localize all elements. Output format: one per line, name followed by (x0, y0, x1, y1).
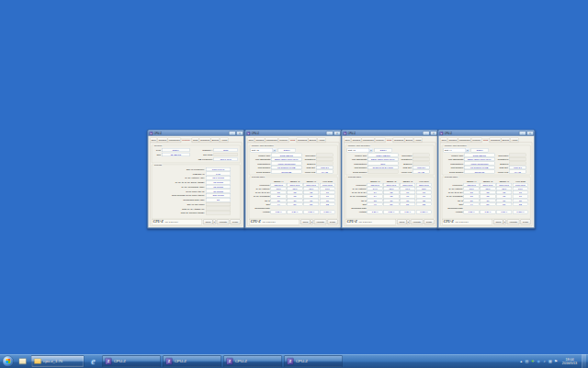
field-value: DDR4-2133 (1066 MHz) (464, 157, 494, 161)
validate-button[interactable]: Validate (217, 219, 229, 224)
cell-value: 1.20 V (303, 211, 319, 214)
cpuz-task-button[interactable]: ZCPU-Z (284, 355, 342, 367)
tab-caches[interactable]: Caches (351, 138, 361, 143)
tab-memory[interactable]: Memory (181, 138, 192, 143)
tab-spd[interactable]: SPD (289, 138, 297, 143)
tab-spd[interactable]: SPD (192, 138, 199, 143)
minimize-button[interactable]: – (423, 132, 430, 135)
field-label: Correction (398, 154, 412, 156)
cpuz-task-button[interactable]: ZCPU-Z (102, 355, 160, 367)
cell-value: 1.350 V (513, 211, 528, 214)
validate-button[interactable]: Validate (507, 219, 519, 224)
close-window-button[interactable]: Close (231, 219, 241, 224)
tab-caches[interactable]: Caches (447, 138, 458, 143)
tab-about[interactable]: About (220, 138, 228, 143)
tools-button[interactable]: Tools (397, 219, 406, 224)
validate-button[interactable]: Validate (314, 219, 326, 224)
network-icon[interactable]: ▦ (548, 355, 553, 367)
tab-caches[interactable]: Caches (254, 138, 265, 143)
validate-button[interactable]: Validate (411, 219, 423, 224)
column-header: JEDEC #6 (303, 179, 319, 182)
tools-dropdown-arrow-icon[interactable]: ▾ (503, 219, 506, 224)
tab-mainboard[interactable]: Mainboard (168, 138, 181, 143)
chevron-down-icon[interactable]: ▼ (466, 148, 469, 152)
usb-icon[interactable]: ▤ (525, 355, 530, 367)
tab-cpu[interactable]: CPU (150, 138, 157, 143)
tab-bench[interactable]: Bench (211, 138, 220, 143)
tab-bar: CPUCachesMainboardMemorySPDGraphicsBench… (150, 138, 242, 143)
group-title: Timings Table (347, 176, 362, 178)
tab-memory[interactable]: Memory (375, 138, 386, 143)
tab-about[interactable]: About (317, 138, 325, 143)
minimize-button[interactable]: – (519, 132, 526, 135)
memory-general-row: NB Frequency800.0 MHz (193, 157, 239, 162)
field-label: Row Refresh Cycle Time (tRFC) (153, 194, 205, 197)
cpuz-task-button[interactable]: ZCPU-Z (163, 355, 220, 367)
chevron-down-icon[interactable]: ▼ (369, 148, 373, 152)
close-button[interactable]: ✕ (430, 132, 437, 135)
tab-cpu[interactable]: CPU (344, 138, 351, 143)
cpuz-logo-box: CPU-Z Ver. 1.76.0.x64 (249, 219, 300, 224)
tab-cpu[interactable]: CPU (247, 138, 254, 143)
volume-icon[interactable]: ♪ (542, 355, 548, 367)
update-icon[interactable]: ◉ (536, 355, 541, 367)
tab-about[interactable]: About (510, 138, 518, 143)
field-label: SPD Ext. (301, 167, 315, 169)
tab-spd[interactable]: SPD (482, 138, 490, 143)
hidden-icons-button[interactable]: ▴ (518, 355, 524, 367)
tab-memory[interactable]: Memory (471, 138, 482, 143)
taskbar-clock[interactable]: 18:04 2016/5/13 (560, 354, 581, 368)
tab-cpu[interactable]: CPU (440, 138, 447, 143)
field-value: DDR4 (162, 148, 189, 152)
explorer-taskbar-button[interactable] (17, 355, 28, 367)
slot-select[interactable]: Slot #4 ▼ (444, 148, 469, 153)
tools-button[interactable]: Tools (203, 219, 212, 224)
explorer-task-button[interactable]: cpu-z_1.76 (31, 355, 84, 367)
field-label: Buffered (398, 162, 412, 165)
cell-value: 36 (303, 199, 319, 202)
close-button[interactable]: ✕ (236, 132, 243, 135)
close-button[interactable]: ✕ (334, 132, 341, 135)
tab-caches[interactable]: Caches (157, 138, 167, 143)
tab-bench[interactable]: Bench (405, 138, 414, 143)
field-label: Channel # (193, 149, 213, 152)
close-window-button[interactable]: Close (424, 219, 435, 224)
tab-graphics[interactable]: Graphics (297, 138, 309, 143)
system-tray: ▴▤✚◉♪▦⚑ 18:04 2016/5/13 (518, 354, 586, 368)
action-center-icon[interactable]: ⚑ (553, 355, 559, 367)
slot-select[interactable]: Slot #2 ▼ (251, 148, 277, 153)
tab-graphics[interactable]: Graphics (393, 138, 405, 143)
close-window-button[interactable]: Close (328, 219, 338, 224)
chevron-down-icon[interactable]: ▼ (273, 148, 277, 152)
antivirus-icon[interactable]: ✚ (530, 355, 536, 367)
tab-graphics[interactable]: Graphics (199, 138, 211, 143)
tab-graphics[interactable]: Graphics (490, 138, 502, 143)
start-button[interactable] (3, 356, 14, 367)
field-label: Part Number (251, 167, 271, 169)
tab-memory[interactable]: Memory (278, 138, 289, 143)
tab-mainboard[interactable]: Mainboard (458, 138, 471, 143)
cell-value: 13.0 (464, 187, 480, 190)
tools-dropdown-arrow-icon[interactable]: ▾ (407, 219, 410, 224)
tools-dropdown-arrow-icon[interactable]: ▾ (213, 219, 216, 224)
field-label: Max Bandwidth (251, 158, 271, 161)
tab-mainboard[interactable]: Mainboard (362, 138, 375, 143)
tools-button[interactable]: Tools (493, 219, 503, 224)
field-label: Manufacturer (444, 162, 464, 165)
minimize-button[interactable]: – (229, 132, 236, 135)
tab-bench[interactable]: Bench (502, 138, 511, 143)
minimize-button[interactable]: – (326, 132, 334, 135)
show-desktop-button[interactable] (582, 354, 586, 368)
tools-dropdown-arrow-icon[interactable]: ▾ (311, 219, 313, 224)
tab-spd[interactable]: SPD (386, 138, 393, 143)
cpuz-task-button[interactable]: ZCPU-Z (223, 355, 281, 367)
tools-button[interactable]: Tools (300, 219, 310, 224)
tab-mainboard[interactable]: Mainboard (266, 138, 278, 143)
tab-bench[interactable]: Bench (309, 138, 318, 143)
close-window-button[interactable]: Close (521, 219, 531, 224)
field-label: Buffered (494, 162, 508, 165)
internet-explorer-button[interactable]: e (86, 355, 100, 367)
close-button[interactable]: ✕ (526, 132, 534, 135)
tab-about[interactable]: About (413, 138, 422, 143)
slot-select[interactable]: Slot #3 ▼ (347, 148, 373, 153)
